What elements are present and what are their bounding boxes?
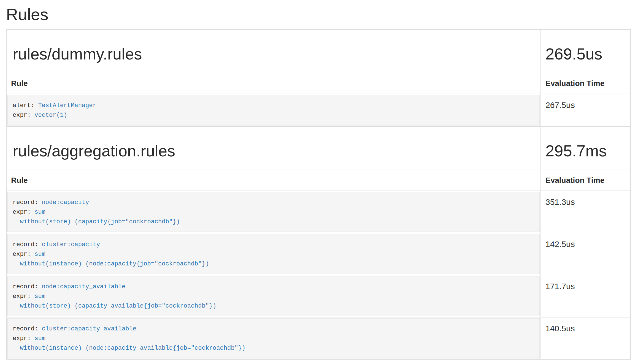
column-header-row: Rule Evaluation Time bbox=[6, 73, 631, 94]
rule-link[interactable]: without(store) (capacity{job="cockroachd… bbox=[13, 218, 180, 225]
rule-definition: record: node:capacity_availableexpr: sum… bbox=[7, 276, 540, 316]
rule-eval-time: 267.5us bbox=[541, 94, 631, 126]
code-key: record: bbox=[13, 199, 42, 206]
code-line: record: cluster:capacity bbox=[13, 240, 534, 249]
rule-group-eval-time-cell: 269.5us bbox=[541, 29, 631, 73]
rule-link[interactable]: cluster:capacity_available bbox=[42, 325, 136, 332]
code-line: alert: TestAlertManager bbox=[13, 101, 534, 110]
rule-group-file-cell: rules/aggregation.rules bbox=[6, 126, 541, 170]
rule-link[interactable]: without(instance) (node:capacity_availab… bbox=[13, 345, 245, 352]
rule-link[interactable]: cluster:capacity bbox=[42, 241, 100, 248]
rule-cell: record: cluster:capacityexpr: sum withou… bbox=[6, 233, 541, 275]
code-line: expr: sum bbox=[13, 334, 534, 343]
rule-group-file-cell: rules/dummy.rules bbox=[6, 29, 541, 73]
rule-cell: alert: TestAlertManagerexpr: vector(1) bbox=[6, 94, 541, 126]
rule-cell: record: node:capacity_availableexpr: sum… bbox=[6, 275, 541, 317]
code-key: alert: bbox=[13, 102, 38, 109]
rule-group-eval-time-cell: 295.7ms bbox=[541, 126, 631, 170]
rule-row: record: cluster:capacityexpr: sum withou… bbox=[6, 233, 631, 275]
column-header-eval-time: Evaluation Time bbox=[541, 73, 631, 94]
rule-link[interactable]: vector(1) bbox=[34, 112, 67, 119]
column-header-rule: Rule bbox=[6, 73, 541, 94]
rule-definition: record: cluster:capacity_availableexpr: … bbox=[7, 318, 540, 358]
code-line: expr: sum bbox=[13, 292, 534, 301]
code-key: record: bbox=[13, 241, 42, 248]
rules-table: rules/dummy.rules 269.5us Rule Evaluatio… bbox=[6, 29, 631, 360]
code-key: record: bbox=[13, 283, 42, 290]
rule-row: record: node:capacity_availableexpr: sum… bbox=[6, 275, 631, 317]
rule-link[interactable]: sum bbox=[34, 335, 45, 342]
code-line: expr: sum bbox=[13, 249, 534, 259]
rule-eval-time: 351.3us bbox=[541, 191, 631, 233]
rule-row: record: cluster:capacity_availableexpr: … bbox=[6, 317, 631, 359]
rule-row: alert: TestAlertManagerexpr: vector(1) 2… bbox=[6, 94, 631, 126]
code-line: record: node:capacity bbox=[13, 198, 534, 207]
code-line: without(instance) (node:capacity_availab… bbox=[13, 343, 534, 353]
page-title: Rules bbox=[6, 6, 631, 24]
rules-table-body: rules/dummy.rules 269.5us Rule Evaluatio… bbox=[6, 29, 631, 359]
rule-group-header-row: rules/dummy.rules 269.5us bbox=[6, 29, 631, 73]
rule-eval-time: 140.5us bbox=[541, 317, 631, 359]
column-header-eval-time: Evaluation Time bbox=[541, 170, 631, 191]
rule-eval-time: 142.5us bbox=[541, 233, 631, 275]
rules-page: Rules rules/dummy.rules 269.5us Rule Eva… bbox=[0, 6, 638, 360]
code-key: expr: bbox=[13, 251, 34, 258]
rule-definition: record: node:capacityexpr: sum without(s… bbox=[7, 192, 540, 232]
rule-link[interactable]: sum bbox=[34, 209, 45, 216]
rule-link[interactable]: node:capacity bbox=[42, 199, 89, 206]
code-key: record: bbox=[13, 325, 42, 332]
rule-link[interactable]: sum bbox=[34, 251, 45, 258]
rule-link[interactable]: node:capacity_available bbox=[42, 283, 126, 290]
rule-row: record: node:capacityexpr: sum without(s… bbox=[6, 191, 631, 233]
rule-definition: record: cluster:capacityexpr: sum withou… bbox=[7, 234, 540, 274]
rule-link[interactable]: TestAlertManager bbox=[38, 102, 96, 109]
rule-group-eval-time: 295.7ms bbox=[545, 142, 626, 160]
column-header-row: Rule Evaluation Time bbox=[6, 170, 631, 191]
code-key: expr: bbox=[13, 335, 34, 342]
code-line: without(instance) (node:capacity{job="co… bbox=[13, 259, 534, 269]
column-header-rule: Rule bbox=[6, 170, 541, 191]
code-key: expr: bbox=[13, 293, 34, 300]
rule-link[interactable]: sum bbox=[34, 293, 45, 300]
rule-cell: record: cluster:capacity_availableexpr: … bbox=[6, 317, 541, 359]
code-line: without(store) (capacity{job="cockroachd… bbox=[13, 217, 534, 227]
code-line: without(store) (capacity_available{job="… bbox=[13, 301, 534, 311]
rule-definition: alert: TestAlertManagerexpr: vector(1) bbox=[7, 95, 540, 126]
rule-group-header-row: rules/aggregation.rules 295.7ms bbox=[6, 126, 631, 170]
code-line: record: node:capacity_available bbox=[13, 282, 534, 292]
rule-group-title: rules/aggregation.rules bbox=[13, 142, 536, 160]
rule-group-eval-time: 269.5us bbox=[545, 45, 626, 63]
rule-eval-time: 171.7us bbox=[541, 275, 631, 317]
code-line: record: cluster:capacity_available bbox=[13, 324, 534, 334]
code-line: expr: sum bbox=[13, 207, 534, 217]
rule-group-title: rules/dummy.rules bbox=[13, 45, 536, 63]
rule-link[interactable]: without(instance) (node:capacity{job="co… bbox=[13, 260, 209, 267]
code-key: expr: bbox=[13, 209, 34, 216]
code-line: expr: vector(1) bbox=[13, 110, 534, 120]
rule-link[interactable]: without(store) (capacity_available{job="… bbox=[13, 303, 216, 309]
code-key: expr: bbox=[13, 112, 34, 119]
rule-cell: record: node:capacityexpr: sum without(s… bbox=[6, 191, 541, 233]
